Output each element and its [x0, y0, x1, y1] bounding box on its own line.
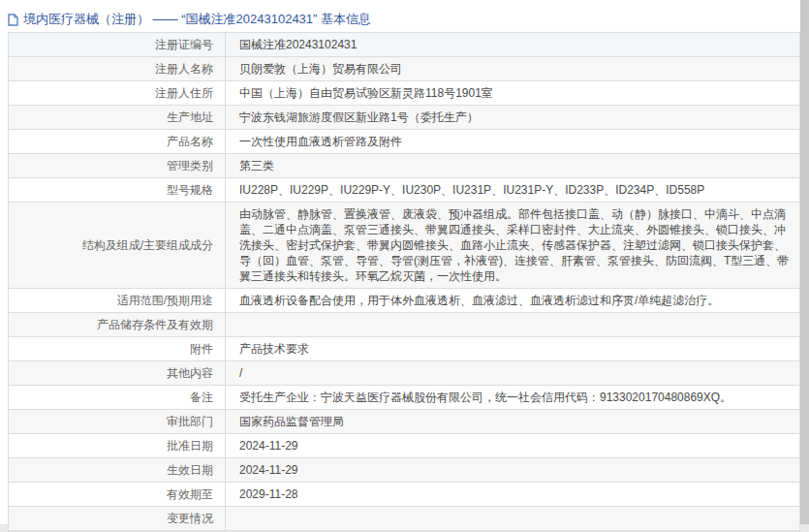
page-title: 境内医疗器械（注册） —— “国械注准20243102431” 基本信息 [23, 11, 371, 28]
table-row: 型号规格 IU228P、IU229P、IU229P-Y、IU230P、IU231… [9, 178, 800, 203]
row-value: 第三类 [226, 154, 800, 178]
row-label: 产品名称 [9, 130, 226, 154]
row-value [226, 313, 800, 337]
table-row: 生产地址 宁波东钱湖旅游度假区新业路1号（委托生产） [9, 106, 800, 130]
row-label: 生效日期 [9, 458, 226, 483]
row-value: IU228P、IU229P、IU229P-Y、IU230P、IU231P、IU2… [226, 178, 800, 203]
row-value: 宁波东钱湖旅游度假区新业路1号（委托生产） [226, 106, 800, 130]
row-value: 贝朗爱敦（上海）贸易有限公司 [226, 57, 800, 81]
row-label: 生产地址 [9, 106, 226, 130]
right-scroll-track[interactable] [800, 0, 809, 524]
row-label: 注册证编号 [9, 33, 226, 57]
table-row: 有效期至 2029-11-28 [9, 483, 800, 507]
table-row: 备注 受托生产企业：宁波天益医疗器械股份有限公司，统一社会信用代码：913302… [9, 386, 800, 410]
table-row: 注册证编号 国械注准20243102431 [9, 33, 800, 57]
row-label: 附件 [9, 337, 226, 361]
row-value: 国械注准20243102431 [226, 33, 800, 57]
page-header: 境内医疗器械（注册） —— “国械注准20243102431” 基本信息 [0, 0, 800, 32]
row-label: 注册人名称 [9, 57, 226, 81]
registration-detail-page: 境内医疗器械（注册） —— “国械注准20243102431” 基本信息 注册证… [0, 0, 800, 524]
row-value: 由动脉管、静脉管、置换液管、废液袋、预冲器组成。部件包括接口盖、动（静）脉接口、… [226, 203, 800, 289]
table-row: 产品储存条件及有效期 [9, 313, 800, 337]
row-value: 一次性使用血液透析管路及附件 [226, 130, 800, 154]
table-row: 批准日期 2024-11-29 [9, 434, 800, 458]
table-row: 其他内容 / [9, 361, 800, 386]
row-value: / [226, 361, 800, 386]
row-label: 审批部门 [9, 410, 226, 434]
row-value: 受托生产企业：宁波天益医疗器械股份有限公司，统一社会信用代码：913302017… [226, 386, 800, 410]
row-label: 变更情况 [9, 507, 226, 531]
row-label: 注册人住所 [9, 81, 226, 106]
table-row: 生效日期 2024-11-29 [9, 458, 800, 483]
row-label: 批准日期 [9, 434, 226, 458]
row-label: 适用范围/预期用途 [9, 289, 226, 313]
row-value: 中国（上海）自由贸易试验区新灵路118号1901室 [226, 81, 800, 106]
row-value: 产品技术要求 [226, 337, 800, 361]
table-row: 结构及组成/主要组成成分 由动脉管、静脉管、置换液管、废液袋、预冲器组成。部件包… [9, 203, 800, 289]
row-label: 产品储存条件及有效期 [9, 313, 226, 337]
table-row: 管理类别 第三类 [9, 154, 800, 178]
table-row: 变更情况 [9, 507, 800, 531]
registration-info-table: 注册证编号 国械注准20243102431 注册人名称 贝朗爱敦（上海）贸易有限… [8, 32, 800, 532]
row-value: 2024-11-29 [226, 458, 800, 483]
row-label: 型号规格 [9, 178, 226, 203]
row-value: 国家药品监督管理局 [226, 410, 800, 434]
row-label: 结构及组成/主要组成成分 [9, 203, 226, 289]
row-label: 其他内容 [9, 361, 226, 386]
table-row: 适用范围/预期用途 血液透析设备配合使用，用于体外血液透析、血液滤过、血液透析滤… [9, 289, 800, 313]
table-row: 产品名称 一次性使用血液透析管路及附件 [9, 130, 800, 154]
row-value: 血液透析设备配合使用，用于体外血液透析、血液滤过、血液透析滤过和序贯/单纯超滤治… [226, 289, 800, 313]
row-value: 2024-11-29 [226, 434, 800, 458]
table-row: 注册人住所 中国（上海）自由贸易试验区新灵路118号1901室 [9, 81, 800, 106]
table-row: 审批部门 国家药品监督管理局 [9, 410, 800, 434]
row-label: 有效期至 [9, 483, 226, 507]
row-label: 备注 [9, 386, 226, 410]
table-row: 附件 产品技术要求 [9, 337, 800, 361]
row-value: 2029-11-28 [226, 483, 800, 507]
row-value [226, 507, 800, 531]
row-label: 管理类别 [9, 154, 226, 178]
table-row: 注册人名称 贝朗爱敦（上海）贸易有限公司 [9, 57, 800, 81]
document-icon [8, 14, 18, 26]
